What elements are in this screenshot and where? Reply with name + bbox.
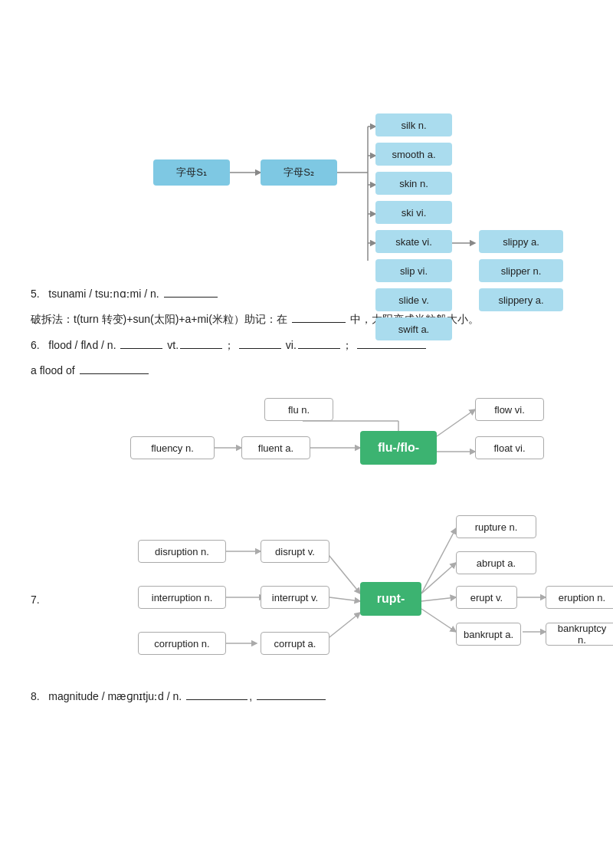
item5-analysis: 破拆法：t(turn 转变)+sun(太阳)+a+mi(米粒）助记：在 中，太阳… <box>31 309 582 330</box>
box-flu: flu n. <box>264 398 333 421</box>
box-slippy: slippy a. <box>479 230 563 253</box>
item5-analysis-text: 破拆法：t(turn 转变)+sun(太阳)+a+mi(米粒）助记：在 <box>31 313 287 325</box>
item6-aflood-text: a flood of <box>31 364 75 376</box>
svg-line-18 <box>437 409 475 436</box>
svg-line-27 <box>421 563 456 593</box>
box-slide: slide v. <box>375 288 452 311</box>
item8-blank1 <box>186 699 247 700</box>
item8-word: magnitude / mæɡnɪtjuːd / n. <box>48 690 182 702</box>
item6-aflood-blank <box>80 373 149 374</box>
item8-blank2 <box>257 699 326 700</box>
diagram1: 字母S₁ 字母S₂ silk n. smooth a. skin n. ski … <box>31 15 582 261</box>
diagram1-connectors <box>31 15 582 261</box>
svg-line-26 <box>421 528 456 593</box>
item6-blank2 <box>180 348 222 349</box>
diagram3-container: disruption n. disrupt v. interruption n.… <box>31 501 582 670</box>
item6-blank5 <box>357 348 426 349</box>
item5-blank2 <box>292 322 346 323</box>
box-corrupt: corrupt a. <box>261 632 329 655</box>
svg-line-29 <box>421 609 456 632</box>
item5-label: 5. <box>31 288 40 300</box>
box-zi2: 字母S₂ <box>261 159 337 186</box>
diagram2: flu n. fluency n. fluent a. flu-/flo- fl… <box>31 394 582 494</box>
box-rupt: rupt- <box>360 582 421 616</box>
svg-line-23 <box>329 597 360 601</box>
box-skin: skin n. <box>375 172 452 195</box>
box-bankruptcy: bankruptcy n. <box>546 623 613 646</box>
box-disrupt: disrupt v. <box>261 540 329 563</box>
box-slipper: slipper n. <box>479 259 563 282</box>
box-ski: ski vi. <box>375 201 452 224</box>
box-slip: slip vi. <box>375 259 452 282</box>
box-swift: swift a. <box>375 317 452 340</box>
item6-line1: 6. flood / flʌd / n. vt.； vi.； <box>31 335 582 356</box>
item6-aflood: a flood of <box>31 360 582 381</box>
item6-word: flood / flʌd / n. <box>48 339 116 351</box>
item5-blank <box>164 297 218 298</box>
box-corruption: corruption n. <box>138 632 226 655</box>
item6-blank1 <box>120 348 162 349</box>
diagram3: disruption n. disrupt v. interruption n.… <box>31 501 582 670</box>
item8-line: 8. magnitude / mæɡnɪtjuːd / n. , <box>31 686 582 707</box>
item5-word: tsunami / tsuːnɑːmi / n. <box>48 288 159 300</box>
box-zi1: 字母S₁ <box>153 159 230 186</box>
box-fluency: fluency n. <box>130 436 215 459</box>
box-eruption: eruption n. <box>546 586 613 609</box>
box-slippery: slippery a. <box>479 288 563 311</box>
text-section-8: 8. magnitude / mæɡnɪtjuːd / n. , <box>31 686 582 707</box>
box-rupture: rupture n. <box>456 515 536 538</box>
box-float: float vi. <box>475 436 544 459</box>
item8-label: 8. <box>31 690 40 702</box>
box-bankrupt: bankrupt a. <box>456 623 521 646</box>
box-disruption: disruption n. <box>138 540 226 563</box>
box-silk: silk n. <box>375 113 452 136</box>
svg-line-21 <box>326 551 360 593</box>
box-skate: skate vi. <box>375 230 452 253</box>
item6-blank4 <box>298 348 340 349</box>
box-flu-center: flu-/flo- <box>360 431 437 465</box>
svg-line-28 <box>421 597 456 601</box>
box-interrupt: interrupt v. <box>261 586 329 609</box>
item7-label: 7. <box>31 593 40 606</box>
box-erupt: erupt v. <box>456 586 517 609</box>
box-smooth: smooth a. <box>375 143 452 166</box>
item6-blank3 <box>239 348 281 349</box>
box-fluent: fluent a. <box>241 436 310 459</box>
box-interruption: interruption n. <box>138 586 226 609</box>
box-flow: flow vi. <box>475 398 544 421</box>
box-abrupt: abrupt a. <box>456 551 536 574</box>
item6-label: 6. <box>31 339 40 351</box>
